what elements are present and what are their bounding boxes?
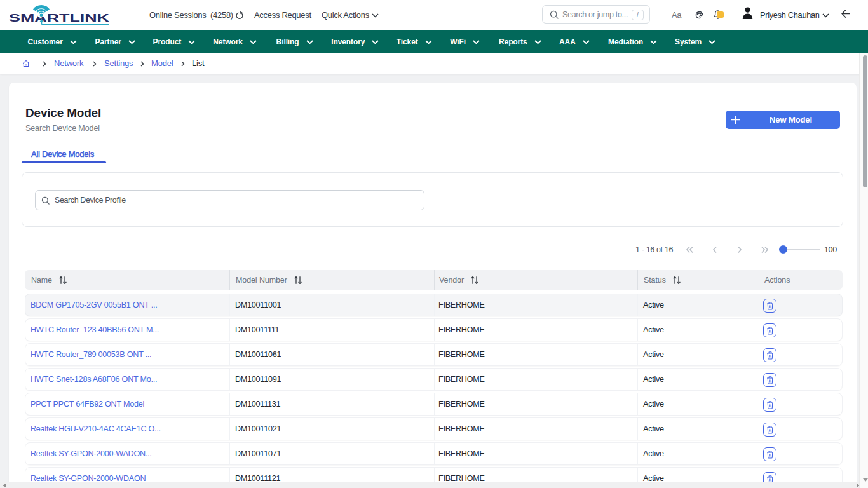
svg-text:SMARTLINK: SMARTLINK (9, 12, 109, 24)
